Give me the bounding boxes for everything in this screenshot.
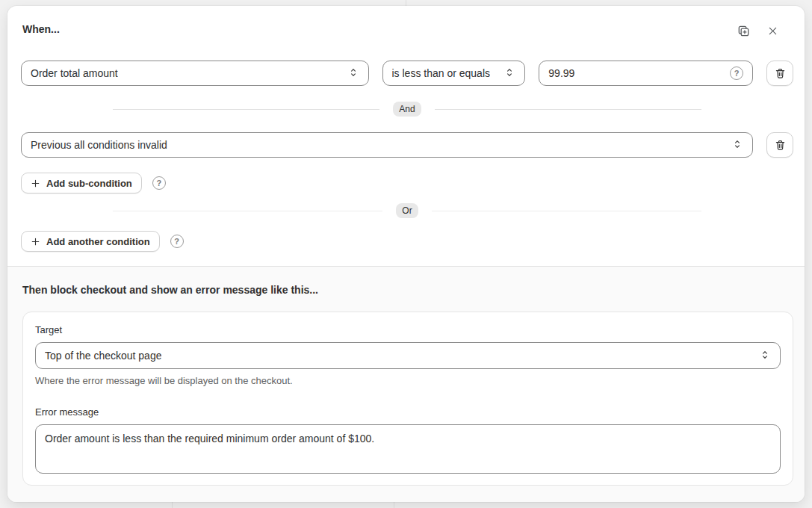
target-select[interactable]: Top of the checkout page bbox=[35, 342, 781, 369]
condition-value-field: ? bbox=[539, 61, 753, 86]
updown-chevron-icon bbox=[731, 138, 743, 152]
question-icon[interactable]: ? bbox=[152, 176, 166, 190]
or-separator: Or bbox=[113, 202, 701, 219]
then-heading: Then block checkout and show an error me… bbox=[22, 283, 793, 297]
separator-line bbox=[113, 211, 382, 211]
condition-value-input[interactable] bbox=[548, 67, 730, 79]
question-icon[interactable]: ? bbox=[730, 66, 743, 80]
add-another-condition-row: Add another condition ? bbox=[21, 231, 793, 252]
separator-line bbox=[113, 109, 379, 110]
add-sub-condition-button[interactable]: Add sub-condition bbox=[21, 173, 142, 193]
error-message-card: Target Top of the checkout page Where th… bbox=[22, 312, 793, 486]
target-label: Target bbox=[35, 324, 781, 336]
sub-condition-select[interactable]: Previous all conditions invalid bbox=[21, 132, 753, 158]
updown-chevron-icon bbox=[503, 66, 515, 81]
condition-rule-modal: When... Order total amount bbox=[7, 6, 805, 502]
separator-line bbox=[432, 211, 701, 211]
condition-field-select[interactable]: Order total amount bbox=[21, 61, 369, 86]
condition-row-1: Order total amount is less than or equal… bbox=[21, 61, 793, 86]
add-another-condition-label: Add another condition bbox=[46, 236, 150, 247]
plus-icon bbox=[31, 237, 40, 247]
trash-icon bbox=[774, 139, 787, 152]
condition-operator-value: is less than or equals bbox=[392, 67, 491, 79]
when-section: When... Order total amount bbox=[7, 6, 805, 266]
add-another-condition-button[interactable]: Add another condition bbox=[21, 231, 160, 252]
condition-operator-select[interactable]: is less than or equals bbox=[382, 61, 526, 86]
updown-chevron-icon bbox=[759, 349, 771, 363]
updown-chevron-icon bbox=[347, 66, 359, 81]
sub-condition-value: Previous all conditions invalid bbox=[31, 139, 167, 151]
trash-icon bbox=[774, 67, 787, 80]
error-message-textarea[interactable]: Order amount is less than the required m… bbox=[35, 424, 781, 474]
target-value: Top of the checkout page bbox=[45, 350, 161, 362]
delete-sub-condition-button[interactable] bbox=[766, 132, 793, 158]
condition-field-value: Order total amount bbox=[31, 67, 118, 79]
add-sub-condition-label: Add sub-condition bbox=[46, 178, 132, 189]
background-divider bbox=[394, 501, 394, 508]
close-icon[interactable] bbox=[767, 25, 778, 37]
question-icon[interactable]: ? bbox=[170, 235, 184, 248]
condition-row-2: Previous all conditions invalid bbox=[21, 132, 793, 158]
plus-icon bbox=[31, 179, 40, 188]
or-badge: Or bbox=[396, 203, 418, 218]
and-badge: And bbox=[393, 102, 421, 117]
add-sub-condition-row: Add sub-condition ? bbox=[21, 173, 793, 193]
duplicate-icon[interactable] bbox=[737, 24, 751, 38]
then-section: Then block checkout and show an error me… bbox=[7, 266, 805, 502]
and-separator: And bbox=[113, 101, 701, 117]
delete-condition-button[interactable] bbox=[766, 61, 793, 86]
background-divider bbox=[172, 501, 173, 508]
modal-title: When... bbox=[22, 22, 60, 36]
target-help-text: Where the error message will be displaye… bbox=[35, 375, 781, 387]
separator-line bbox=[435, 109, 701, 110]
error-message-label: Error message bbox=[35, 406, 781, 418]
